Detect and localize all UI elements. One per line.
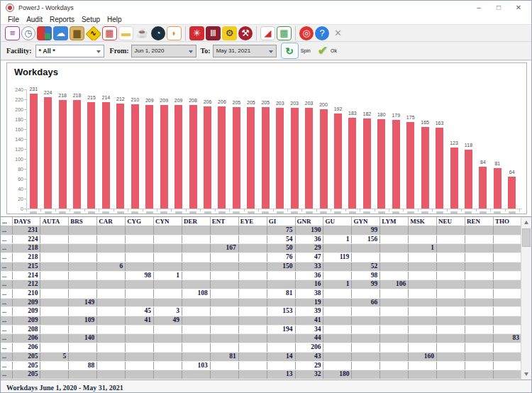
row-expander[interactable]: ...	[1, 271, 12, 280]
column-header-cyg[interactable]: CYG	[126, 217, 154, 226]
to-date-select[interactable]: May 31, 2021	[213, 45, 277, 57]
table-row[interactable]: ...206206	[1, 343, 522, 353]
close-button[interactable]: ✕	[509, 1, 528, 14]
table-row[interactable]: ...21216199106	[1, 280, 522, 289]
row-expander[interactable]: ...	[1, 361, 12, 370]
x-tick-mark	[287, 209, 288, 211]
table-row[interactable]: ...2091491966	[1, 298, 522, 307]
maximize-button[interactable]: □	[489, 1, 509, 14]
calendar-icon[interactable]: ▦	[102, 26, 117, 40]
column-header-lym[interactable]: LYM	[380, 217, 409, 226]
menu-item-setup[interactable]: Setup	[78, 16, 104, 23]
spin-button-label[interactable]: Spin	[301, 48, 311, 53]
row-expander[interactable]: ...	[1, 298, 12, 307]
row-expander[interactable]: ...	[1, 244, 12, 253]
gauge-icon[interactable]: ◔	[151, 26, 165, 40]
minimize-button[interactable]: –	[469, 1, 489, 14]
lifesaver-icon[interactable]: ◎	[299, 26, 314, 40]
table-row[interactable]: ...2051332180	[1, 370, 522, 380]
column-header-days[interactable]: DAYS	[12, 217, 40, 226]
row-expander[interactable]: ...	[1, 280, 12, 289]
vertical-scrollbar[interactable]	[521, 217, 531, 380]
column-header-cyn[interactable]: CYN	[154, 217, 182, 226]
menu-item-audit[interactable]: Audit	[23, 16, 46, 23]
menu-item-reports[interactable]: Reports	[46, 16, 78, 23]
table-cell-gu	[323, 307, 352, 316]
table-row[interactable]: ...2317519099	[1, 226, 522, 236]
photo-icon[interactable]: ◗	[167, 26, 182, 40]
wrench-icon[interactable]: ⚒	[238, 26, 253, 40]
table-row[interactable]: ...209109414941	[1, 316, 522, 326]
chart-image-icon[interactable]: ▆	[70, 26, 84, 40]
column-header-auta[interactable]: AUTA	[40, 217, 69, 226]
column-header-gnr[interactable]: GNR	[295, 217, 323, 226]
column-header-gu[interactable]: GU	[323, 217, 352, 226]
burst-icon[interactable]: ✳	[189, 26, 204, 40]
row-expander[interactable]: ...	[1, 334, 12, 343]
row-expander[interactable]: ...	[1, 289, 12, 298]
arrow-up-icon	[524, 221, 528, 224]
cloud-icon[interactable]: ☁	[53, 26, 68, 40]
document-icon[interactable]: ≡	[5, 26, 20, 40]
table-row[interactable]: ...20819434	[1, 325, 522, 334]
row-expander[interactable]: ...	[1, 226, 12, 236]
table-row[interactable]: ...2061404483	[1, 334, 522, 343]
close-x-icon[interactable]: ✕	[331, 26, 345, 40]
table-row[interactable]: ...22454361156	[1, 235, 522, 244]
column-header-brs[interactable]: BRS	[69, 217, 97, 226]
table-row[interactable]: ...2101088138	[1, 289, 522, 298]
bank-icon[interactable]: Ⅲ	[206, 26, 221, 40]
table-row[interactable]: ...2058810329	[1, 361, 522, 370]
row-expander[interactable]: ...	[1, 253, 12, 262]
menu-item-file[interactable]: File	[4, 16, 23, 23]
pdf-icon[interactable]: ◢	[260, 26, 275, 40]
facility-select[interactable]: * All *	[35, 45, 104, 57]
scroll-down-button[interactable]	[521, 369, 531, 380]
curve-sign-icon[interactable]: ∿	[86, 26, 101, 40]
chevron-down-icon	[189, 50, 193, 53]
row-expander[interactable]: ...	[1, 307, 12, 316]
column-header-tho[interactable]: THO	[493, 217, 521, 226]
from-date-select[interactable]: Jun 1, 2020	[131, 45, 196, 57]
table-cell-brs	[69, 307, 97, 316]
table-cell-tho	[493, 361, 521, 370]
tiles-icon[interactable]	[37, 26, 52, 40]
table-row[interactable]: ...2187647119	[1, 253, 522, 262]
table-cell-cyg: 41	[126, 316, 154, 326]
table-row[interactable]: ...21816750291	[1, 244, 522, 253]
row-expander[interactable]: ...	[1, 370, 12, 380]
row-expander[interactable]: ...	[1, 325, 12, 334]
column-header-ren[interactable]: REN	[465, 217, 494, 226]
spin-button[interactable]: ↻	[281, 43, 299, 59]
table-row[interactable]: ...2149813698	[1, 271, 522, 280]
column-header-msk[interactable]: MSK	[409, 217, 437, 226]
column-header-der[interactable]: DER	[182, 217, 210, 226]
row-expander[interactable]: ...	[1, 316, 12, 326]
help-icon[interactable]: ?	[315, 26, 329, 40]
row-expander[interactable]: ...	[1, 352, 12, 361]
table-row[interactable]: ...2055811443160	[1, 352, 522, 361]
menu-item-help[interactable]: Help	[104, 16, 126, 23]
column-header-gi[interactable]: GI	[267, 217, 295, 226]
row-expander[interactable]: ...	[1, 262, 12, 271]
table-cell-car	[97, 334, 126, 343]
scroll-up-button[interactable]	[521, 217, 531, 228]
scrollbar-thumb[interactable]	[522, 228, 531, 247]
layout-icon[interactable]: ▬	[118, 26, 133, 40]
gear-icon[interactable]: ⚙	[222, 26, 237, 40]
table-row[interactable]: ...21561503352	[1, 262, 522, 271]
coffee-icon[interactable]: ☕	[135, 26, 150, 40]
row-expander[interactable]: ...	[1, 235, 12, 244]
table-cell-cyn	[154, 262, 182, 271]
ok-button-label[interactable]: Ok	[331, 48, 337, 53]
column-header-gyn[interactable]: GYN	[352, 217, 380, 226]
table-row[interactable]: ...20945315339	[1, 307, 522, 316]
column-header-car[interactable]: CAR	[97, 217, 126, 226]
row-expander[interactable]: ...	[1, 343, 12, 353]
column-header-ent[interactable]: ENT	[210, 217, 238, 226]
ok-check-icon[interactable]: ✔	[318, 43, 328, 58]
clock-icon[interactable]: ◷	[21, 26, 35, 40]
column-header-neu[interactable]: NEU	[437, 217, 465, 226]
column-header-eye[interactable]: EYE	[238, 217, 267, 226]
spreadsheet-icon[interactable]: ▦	[277, 26, 292, 40]
